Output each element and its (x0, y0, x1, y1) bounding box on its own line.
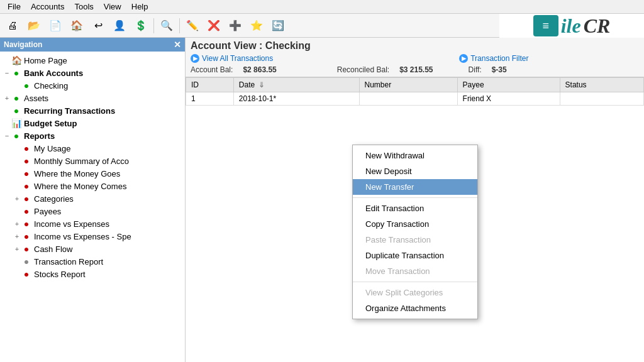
ctx-view-split-categories: View Split Categories (353, 285, 477, 300)
ctx-new-deposit[interactable]: New Deposit (353, 163, 477, 179)
menu-accounts[interactable]: Accounts (26, 1, 69, 13)
ctx-sep-1 (353, 197, 477, 198)
account-header: Account View : Checking ▶ View All Trans… (186, 38, 644, 77)
toolbar-delete[interactable]: ❌ (204, 16, 224, 35)
ctx-move-transaction: Move Transaction (353, 263, 477, 279)
payees-icon: ● (21, 206, 31, 216)
menubar: File Accounts Tools View Help (0, 0, 644, 14)
toolbar-user[interactable]: 👤 (109, 16, 130, 35)
expand-assets[interactable]: + (3, 94, 11, 102)
filecr-text-colored: ile (561, 14, 581, 38)
nav-item-stocks-report[interactable]: ● Stocks Report (0, 268, 185, 280)
nav-item-home[interactable]: 🏠 Home Page (0, 54, 185, 67)
monthly-summary-icon: ● (21, 156, 31, 166)
view-all-label: View All Transactions (202, 54, 273, 63)
col-number[interactable]: Number (359, 78, 457, 92)
transaction-report-icon: ● (21, 256, 31, 266)
account-actions: ▶ View All Transactions ▶ Transaction Fi… (191, 54, 639, 63)
budget-icon: 📊 (11, 118, 21, 128)
exp-ph-7 (13, 170, 21, 177)
col-status[interactable]: Status (560, 78, 643, 92)
assets-icon: ● (11, 93, 21, 103)
nav-item-bank-accounts[interactable]: − ● Bank Accounts (0, 67, 185, 79)
toolbar-edit[interactable]: ✏️ (182, 16, 203, 35)
diff-label: Diff: (469, 65, 482, 74)
ctx-new-withdrawal[interactable]: New Withdrawal (353, 148, 477, 163)
menu-tools[interactable]: Tools (69, 1, 98, 13)
nav-close-button[interactable]: ✕ (174, 40, 181, 50)
nav-label-budget: Budget Setup (24, 119, 77, 128)
nav-item-income-expenses[interactable]: + ● Income vs Expenses (0, 217, 185, 230)
expand-placeholder (3, 57, 11, 64)
nav-label-cash-flow: Cash Flow (34, 244, 72, 254)
menu-view[interactable]: View (99, 1, 126, 13)
bank-accounts-icon: ● (11, 68, 21, 78)
table-row[interactable]: 1 2018-10-1* Friend X (186, 92, 644, 106)
nav-label-recurring: Recurring Transactions (24, 106, 115, 116)
table-header-row: ID Date ⇓ Number Payee Status (186, 78, 644, 92)
nav-label-bank-accounts: Bank Accounts (24, 69, 83, 78)
ctx-duplicate-transaction[interactable]: Duplicate Transaction (353, 248, 477, 263)
nav-label-assets: Assets (24, 94, 48, 103)
expand-income-expenses-spe[interactable]: + (13, 233, 21, 240)
filecr-logo-inner: ≡ ileCR (533, 14, 611, 38)
nav-item-assets[interactable]: + ● Assets (0, 92, 185, 104)
nav-item-recurring[interactable]: ● Recurring Transactions (0, 104, 185, 117)
income-expenses-spe-icon: ● (21, 231, 31, 241)
nav-header: Navigation ✕ (0, 38, 185, 52)
my-usage-icon: ● (21, 143, 31, 153)
toolbar-add[interactable]: ➕ (225, 16, 245, 35)
menu-file[interactable]: File (3, 1, 26, 13)
nav-item-monthly-summary[interactable]: ● Monthly Summary of Acco (0, 155, 185, 167)
ctx-copy-transaction[interactable]: Copy Transaction (353, 216, 477, 232)
ctx-new-transfer[interactable]: New Transfer (353, 179, 477, 195)
expand-cash-flow[interactable]: + (13, 245, 21, 253)
nav-item-budget[interactable]: 📊 Budget Setup (0, 117, 185, 129)
nav-item-checking[interactable]: ● Checking (0, 79, 185, 92)
toolbar-new[interactable]: 📄 (45, 16, 65, 35)
toolbar-star[interactable]: ⭐ (247, 16, 267, 35)
filter-label: Transaction Filter (470, 54, 528, 63)
home-icon: 🏠 (11, 55, 21, 65)
ctx-organize-attachments[interactable]: Organize Attachments (353, 300, 477, 316)
nav-item-money-goes[interactable]: ● Where the Money Goes (0, 167, 185, 180)
reconciled-bal-label: Reconciled Bal: (337, 65, 389, 74)
menu-help[interactable]: Help (126, 1, 153, 13)
nav-item-payees[interactable]: ● Payees (0, 205, 185, 217)
account-title: Account View : Checking (191, 40, 639, 52)
toolbar-dollar[interactable]: 💲 (131, 16, 151, 35)
cell-number (359, 92, 457, 106)
nav-item-reports[interactable]: − ● Reports (0, 129, 185, 142)
expand-categories[interactable]: + (13, 195, 21, 202)
nav-item-income-expenses-spe[interactable]: + ● Income vs Expenses - Spe (0, 230, 185, 243)
ctx-edit-transaction[interactable]: Edit Transaction (353, 200, 477, 216)
reports-icon: ● (11, 131, 21, 141)
toolbar-print[interactable]: 🖨 (3, 16, 23, 35)
toolbar-home[interactable]: 🏠 (67, 16, 87, 35)
nav-label-income-expenses-spe: Income vs Expenses - Spe (34, 232, 131, 241)
nav-item-money-comes[interactable]: ● Where the Money Comes (0, 180, 185, 192)
view-all-transactions-link[interactable]: ▶ View All Transactions (191, 54, 273, 63)
toolbar-back[interactable]: ↩ (88, 16, 108, 35)
expand-reports[interactable]: − (3, 132, 11, 140)
toolbar-refresh[interactable]: 🔄 (268, 16, 288, 35)
col-payee[interactable]: Payee (457, 78, 560, 92)
col-date[interactable]: Date ⇓ (233, 78, 359, 92)
nav-item-transaction-report[interactable]: ● Transaction Report (0, 255, 185, 268)
filecr-text-plain: CR (584, 14, 611, 38)
cell-payee: Friend X (457, 92, 560, 106)
nav-item-cash-flow[interactable]: + ● Cash Flow (0, 243, 185, 255)
transaction-filter-link[interactable]: ▶ Transaction Filter (459, 54, 528, 63)
toolbar-sep-2 (179, 18, 180, 33)
nav-item-my-usage[interactable]: ● My Usage (0, 142, 185, 155)
sort-icon: ⇓ (258, 80, 265, 89)
toolbar-search[interactable]: 🔍 (157, 16, 177, 35)
filecr-icon: ≡ (533, 15, 558, 36)
nav-item-categories[interactable]: + ● Categories (0, 192, 185, 205)
toolbar-open[interactable]: 📂 (24, 16, 44, 35)
filecr-logo: ≡ ileCR (499, 14, 644, 38)
exp-ph-10 (13, 258, 21, 265)
expand-bank-accounts[interactable]: − (3, 69, 11, 77)
col-id[interactable]: ID (186, 78, 234, 92)
expand-income-expenses[interactable]: + (13, 220, 21, 228)
